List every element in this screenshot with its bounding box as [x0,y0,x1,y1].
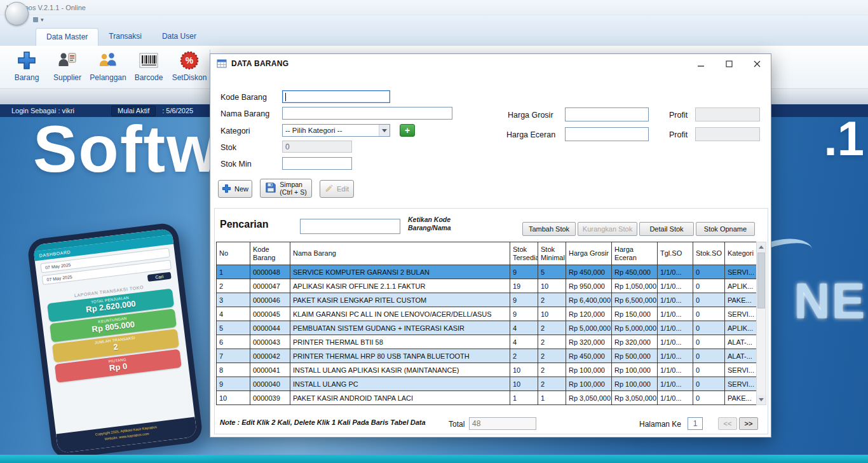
table-row[interactable]: 5 0000044 PEMBUATAN SISTEM GUDANG + INTE… [217,321,757,335]
table-row[interactable]: 10 0000039 PAKET KASIR ANDROID TANPA LAC… [217,391,757,405]
nama-barang-input[interactable] [282,107,452,120]
cell-nama: PAKET KASIR ANDROID TANPA LACI [290,391,510,405]
cell-harga-grosir: Rp 450,000 [566,265,612,279]
toolbar-item-setdiskon[interactable]: % SetDiskon [169,46,210,82]
table-row[interactable]: 3 0000046 PAKET KASIR LENGKAP RITEL CUST… [217,293,757,307]
stok-opname-button[interactable]: Stok Opname [696,222,755,236]
cell-harga-eceran: Rp 100,000 [612,377,658,391]
cell-nama: APLIKASI KASIR OFFLINE 2.1.1 FAKTUR [290,279,510,293]
toolbar-item-barcode[interactable]: Barcode [128,46,169,82]
stok-label: Stok [220,143,236,152]
plus-icon [222,184,231,195]
cell-stok-minimal: 2 [538,363,566,377]
page-number-input[interactable] [688,417,703,430]
table-row[interactable]: 4 0000045 KLAIM GARANSI PC ALL IN ONE LE… [217,307,757,321]
data-barang-dialog: DATA BARANG Kode Barang Nama Barang Kate… [210,53,771,438]
toolbar-item-pelanggan[interactable]: Pelanggan [88,46,128,82]
table-row[interactable]: 8 0000041 INSTALL ULANG APLIKASI KASIR (… [217,363,757,377]
add-item-icon [16,50,37,71]
cell-harga-eceran: Rp 500,000 [612,349,658,363]
table-row[interactable]: 6 0000043 PRINTER THERMAL BTII 58 4 2 Rp… [217,335,757,349]
col-harga-eceran[interactable]: Harga Eceran [612,242,658,265]
tambah-stok-button[interactable]: Tambah Stok [522,222,576,236]
toolbar-item-barang[interactable]: Barang [6,46,47,82]
cell-stok-so: 0 [693,321,725,335]
cell-nama: SERVICE KOMPUTER GARANSI 2 BULAN [290,265,510,279]
text-caret [285,93,286,101]
col-no[interactable]: No [217,242,250,265]
col-kategori[interactable]: Kategori [725,242,757,265]
add-kategori-button[interactable]: + [400,124,415,137]
col-harga-grosir[interactable]: Harga Grosir [566,242,612,265]
cell-harga-grosir: Rp 100,000 [566,363,612,377]
cell-no: 5 [217,321,250,335]
kode-barang-input[interactable] [282,90,390,103]
prev-page-button[interactable]: << [718,417,737,430]
cell-stok-so: 0 [693,265,725,279]
cell-stok-tersedia: 9 [510,293,538,307]
stok-min-input[interactable] [282,157,352,170]
cell-kode: 0000042 [250,349,290,363]
search-input[interactable] [300,219,400,234]
col-kode-barang[interactable]: Kode Barang [250,242,290,265]
col-nama-barang[interactable]: Nama Barang [290,242,510,265]
cell-stok-minimal: 1 [538,391,566,405]
cell-no: 7 [217,349,250,363]
cell-kode: 0000041 [250,363,290,377]
quick-access-icon [33,17,38,22]
window-titlebar: Kayrapos V.2.1.1 - Online [0,0,868,15]
cell-stok-tersedia: 9 [510,307,538,321]
dropdown-arrow-icon [379,125,390,136]
cell-no: 10 [217,391,250,405]
table-row[interactable]: 2 0000047 APLIKASI KASIR OFFLINE 2.1.1 F… [217,279,757,293]
edit-button[interactable]: Edit [320,180,354,198]
table-vertical-scrollbar[interactable] [756,242,766,405]
close-button[interactable] [743,54,771,73]
table-row[interactable]: 7 0000042 PRINTER THERMAL HRP 80 USB TAN… [217,349,757,363]
col-tgl-so[interactable]: Tgl.SO [658,242,693,265]
harga-grosir-input[interactable] [565,107,649,121]
kurangkan-stok-button[interactable]: Kurangkan Stok [578,222,637,236]
col-stok-tersedia[interactable]: Stok Tersedia [510,242,538,265]
taskbar [0,455,868,463]
cell-nama: KLAIM GARANSI PC ALL IN ONE LENOVO/ACER/… [290,307,510,321]
col-stok-so[interactable]: Stok.SO [693,242,725,265]
cell-stok-so: 0 [693,307,725,321]
scroll-down-icon[interactable] [757,395,766,404]
cell-stok-minimal: 2 [538,335,566,349]
total-label: Total [449,420,465,429]
kategori-dropdown[interactable]: -- Pilih Kategori -- [282,124,390,137]
tab-data-user[interactable]: Data User [152,28,207,46]
svg-text:%: % [186,55,194,66]
simpan-button-label: Simpan (Ctrl + S) [280,181,306,196]
table-body: 1 0000048 SERVICE KOMPUTER GARANSI 2 BUL… [217,265,757,405]
toolbar-item-label: Supplier [53,73,81,82]
dialog-titlebar[interactable]: DATA BARANG [210,54,771,73]
scrollbar-thumb[interactable] [757,252,765,308]
cell-stok-so: 0 [693,279,725,293]
simpan-button[interactable]: Simpan (Ctrl + S) [260,179,312,198]
detail-stok-button[interactable]: Detail Stok [639,222,694,236]
harga-eceran-input[interactable] [565,127,649,141]
new-button[interactable]: New [218,180,252,198]
background-text-online: NE [794,272,867,330]
tab-transaksi[interactable]: Transaksi [98,28,152,46]
toolbar-item-supplier[interactable]: Supplier [47,46,88,82]
cell-stok-minimal: 2 [538,293,566,307]
cell-harga-grosir: Rp 5,000,000 [566,321,612,335]
table-row[interactable]: 1 0000048 SERVICE KOMPUTER GARANSI 2 BUL… [217,265,757,279]
scroll-up-icon[interactable] [757,242,766,252]
profit-eceran-input [695,127,760,141]
col-stok-minimal[interactable]: Stok Minimal [538,242,566,265]
tab-data-master[interactable]: Data Master [36,28,98,46]
cell-nama: PAKET KASIR LENGKAP RITEL CUSTOM [290,293,510,307]
quick-access-toolbar[interactable]: ▾ [33,17,44,23]
pencil-icon [325,184,334,194]
next-page-button[interactable]: >> [739,417,758,430]
minimize-button[interactable] [687,54,715,73]
cell-stok-minimal: 10 [538,307,566,321]
cell-nama: PRINTER THERMAL HRP 80 USB TANPA BLUETOO… [290,349,510,363]
maximize-button[interactable] [715,54,743,73]
table-row[interactable]: 9 0000040 INSTALL ULANG PC 10 2 Rp 100,0… [217,377,757,391]
app-menu-orb[interactable] [5,2,29,25]
